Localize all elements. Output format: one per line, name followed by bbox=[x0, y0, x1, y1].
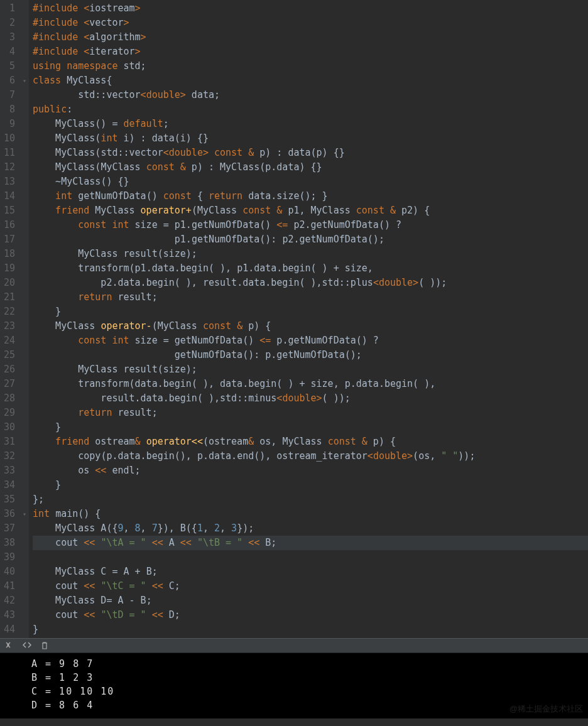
code-line[interactable]: MyClass A({9, 8, 7}), B({1, 2, 3}); bbox=[33, 521, 588, 536]
code-line[interactable]: copy(p.data.begin(), p.data.end(), ostre… bbox=[33, 449, 588, 463]
console-line: B = 1 2 3 bbox=[31, 671, 588, 685]
code-line[interactable]: const int size = getNumOfData() <= p.get… bbox=[33, 333, 588, 348]
code-line[interactable]: MyClass() = default; bbox=[33, 117, 588, 131]
code-line[interactable]: MyClass result(size); bbox=[33, 247, 588, 261]
code-line[interactable]: #include <algorithm> bbox=[33, 30, 588, 45]
line-number: 5 bbox=[3, 59, 15, 73]
fold-marker bbox=[20, 146, 29, 160]
line-number: 39 bbox=[3, 550, 15, 565]
code-line[interactable]: #include <iterator> bbox=[33, 45, 588, 59]
code-line[interactable]: MyClass D= A - B; bbox=[33, 593, 588, 608]
line-number: 29 bbox=[3, 406, 15, 420]
code-line[interactable]: friend MyClass operator+(MyClass const &… bbox=[33, 203, 588, 218]
code-line[interactable]: } bbox=[33, 622, 588, 637]
code-line[interactable]: }; bbox=[33, 492, 588, 507]
code-line[interactable]: public: bbox=[33, 102, 588, 117]
line-number: 25 bbox=[3, 348, 15, 362]
code-line[interactable]: class MyClass{ bbox=[33, 73, 588, 88]
line-number: 27 bbox=[3, 377, 15, 391]
code-line[interactable]: #include <iostream> bbox=[33, 1, 588, 16]
line-number: 17 bbox=[3, 232, 15, 247]
fold-marker bbox=[20, 622, 29, 637]
fold-column[interactable]: ▾▾ bbox=[20, 0, 29, 638]
line-number: 18 bbox=[3, 247, 15, 261]
fold-marker bbox=[20, 189, 29, 203]
console-line: D = 8 6 4 bbox=[31, 698, 588, 712]
code-line[interactable]: ~MyClass() {} bbox=[33, 175, 588, 189]
fold-marker[interactable]: ▾ bbox=[20, 507, 29, 521]
line-number: 33 bbox=[3, 463, 15, 478]
fold-marker bbox=[20, 218, 29, 232]
code-line[interactable]: getNumOfData(): p.getNumOfData(); bbox=[33, 348, 588, 362]
line-number: 11 bbox=[3, 146, 15, 160]
fold-marker bbox=[20, 203, 29, 218]
fold-marker bbox=[20, 348, 29, 362]
code-line[interactable]: } bbox=[33, 305, 588, 319]
code-line[interactable]: transform(data.begin( ), data.begin( ) +… bbox=[33, 377, 588, 391]
collapse-icon[interactable] bbox=[5, 641, 14, 650]
line-number: 6 bbox=[3, 73, 15, 88]
code-line[interactable]: cout << "\tA = " << A << "\tB = " << B; bbox=[33, 536, 588, 550]
fold-marker bbox=[20, 276, 29, 290]
code-line[interactable]: friend ostream& operator<<(ostream& os, … bbox=[33, 435, 588, 449]
fold-marker bbox=[20, 232, 29, 247]
code-line[interactable]: const int size = p1.getNumOfData() <= p2… bbox=[33, 218, 588, 232]
line-number: 36 bbox=[3, 507, 15, 521]
code-line[interactable] bbox=[33, 550, 588, 565]
code-line[interactable]: MyClass(MyClass const & p) : MyClass(p.d… bbox=[33, 160, 588, 175]
line-number: 34 bbox=[3, 478, 15, 492]
fold-marker bbox=[20, 463, 29, 478]
code-line[interactable]: } bbox=[33, 478, 588, 492]
code-line[interactable]: p1.getNumOfData(): p2.getNumOfData(); bbox=[33, 232, 588, 247]
line-number: 12 bbox=[3, 160, 15, 175]
code-line[interactable]: MyClass C = A + B; bbox=[33, 565, 588, 579]
code-line[interactable]: cout << "\tD = " << D; bbox=[33, 608, 588, 622]
fold-marker bbox=[20, 175, 29, 189]
line-number: 35 bbox=[3, 492, 15, 507]
code-line[interactable]: return result; bbox=[33, 406, 588, 420]
code-line[interactable]: #include <vector> bbox=[33, 16, 588, 30]
code-editor[interactable]: 1234567891011121314151617181920212223242… bbox=[0, 0, 588, 638]
line-number: 7 bbox=[3, 88, 15, 102]
fold-marker bbox=[20, 565, 29, 579]
line-number: 2 bbox=[3, 16, 15, 30]
line-number: 22 bbox=[3, 305, 15, 319]
code-line[interactable]: transform(p1.data.begin( ), p1.data.begi… bbox=[33, 261, 588, 276]
code-line[interactable]: cout << "\tC = " << C; bbox=[33, 579, 588, 593]
trash-icon[interactable] bbox=[40, 641, 49, 650]
line-number: 32 bbox=[3, 449, 15, 463]
code-line[interactable]: return result; bbox=[33, 290, 588, 305]
code-line[interactable]: std::vector<double> data; bbox=[33, 88, 588, 102]
line-number: 41 bbox=[3, 579, 15, 593]
line-number: 14 bbox=[3, 189, 15, 203]
line-number: 44 bbox=[3, 622, 15, 637]
watermark: @稀土掘金技术社区 bbox=[509, 703, 583, 715]
line-number: 26 bbox=[3, 362, 15, 377]
code-line[interactable]: MyClass operator-(MyClass const & p) { bbox=[33, 319, 588, 333]
code-line[interactable]: int getNumOfData() const { return data.s… bbox=[33, 189, 588, 203]
code-line[interactable]: MyClass result(size); bbox=[33, 362, 588, 377]
fold-marker bbox=[20, 579, 29, 593]
console-line: A = 9 8 7 bbox=[31, 657, 588, 671]
fold-marker bbox=[20, 406, 29, 420]
fold-marker bbox=[20, 102, 29, 117]
fold-marker bbox=[20, 492, 29, 507]
line-number: 43 bbox=[3, 608, 15, 622]
fold-marker bbox=[20, 290, 29, 305]
code-line[interactable]: MyClass(int i) : data(i) {} bbox=[33, 131, 588, 146]
line-number: 40 bbox=[3, 565, 15, 579]
line-number: 4 bbox=[3, 45, 15, 59]
code-line[interactable]: p2.data.begin( ), result.data.begin( ),s… bbox=[33, 276, 588, 290]
fold-marker bbox=[20, 160, 29, 175]
code-line[interactable]: MyClass(std::vector<double> const & p) :… bbox=[33, 146, 588, 160]
code-line[interactable]: using namespace std; bbox=[33, 59, 588, 73]
code-line[interactable]: os << endl; bbox=[33, 463, 588, 478]
line-number: 20 bbox=[3, 276, 15, 290]
line-number: 8 bbox=[3, 102, 15, 117]
code-line[interactable]: int main() { bbox=[33, 507, 588, 521]
code-line[interactable]: } bbox=[33, 420, 588, 435]
expand-icon[interactable] bbox=[23, 641, 31, 650]
fold-marker[interactable]: ▾ bbox=[20, 73, 29, 88]
code-line[interactable]: result.data.begin( ),std::minus<double>(… bbox=[33, 391, 588, 406]
code-area[interactable]: #include <iostream>#include <vector>#inc… bbox=[29, 0, 588, 638]
